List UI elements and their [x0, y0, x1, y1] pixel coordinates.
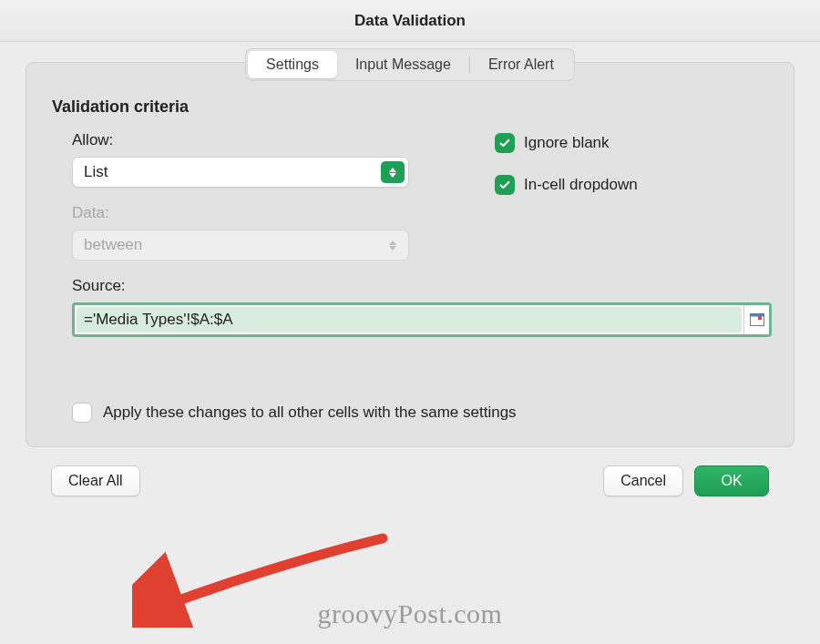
ok-label: OK [721, 473, 742, 489]
incell-dropdown-label: In-cell dropdown [524, 176, 638, 194]
svg-rect-1 [750, 314, 764, 317]
chevron-up-icon [389, 240, 396, 245]
tab-input-message[interactable]: Input Message [337, 51, 469, 78]
source-input-wrap [72, 302, 772, 337]
incell-dropdown-row[interactable]: In-cell dropdown [495, 175, 638, 195]
data-value: between [84, 236, 142, 254]
tab-error-alert-label: Error Alert [488, 56, 554, 72]
ignore-blank-row[interactable]: Ignore blank [495, 133, 638, 153]
allow-combo[interactable]: List [72, 157, 409, 188]
settings-panel: Settings Input Message Error Alert Valid… [26, 62, 794, 447]
data-stepper-icon [381, 234, 405, 256]
clear-all-button[interactable]: Clear All [51, 465, 140, 496]
allow-label: Allow: [72, 131, 404, 149]
apply-all-label: Apply these changes to all other cells w… [103, 404, 517, 422]
ok-button[interactable]: OK [694, 465, 769, 496]
chevron-up-icon [389, 168, 396, 172]
tab-error-alert[interactable]: Error Alert [470, 51, 572, 78]
clear-all-label: Clear All [68, 473, 123, 489]
dialog-title-text: Data Validation [354, 12, 466, 30]
range-picker-button[interactable] [743, 305, 769, 334]
cancel-button[interactable]: Cancel [603, 465, 683, 496]
check-icon [498, 137, 511, 149]
chevron-down-icon [389, 173, 396, 178]
source-label: Source: [72, 277, 772, 295]
ignore-blank-label: Ignore blank [524, 134, 610, 152]
ignore-blank-checkbox[interactable] [495, 133, 515, 153]
data-combo: between [72, 230, 409, 261]
tabs: Settings Input Message Error Alert [245, 48, 575, 81]
tab-settings[interactable]: Settings [248, 51, 337, 78]
dialog-title: Data Validation [0, 0, 820, 42]
allow-stepper-icon [381, 161, 405, 183]
data-label: Data: [72, 204, 404, 222]
cancel-label: Cancel [620, 473, 666, 489]
range-picker-icon [750, 313, 764, 326]
apply-all-row[interactable]: Apply these changes to all other cells w… [48, 403, 772, 423]
validation-criteria-heading: Validation criteria [52, 97, 772, 117]
right-column: Ignore blank In-cell dropdown [404, 131, 638, 261]
chevron-down-icon [389, 246, 396, 250]
dialog-footer: Clear All Cancel OK [26, 447, 794, 496]
criteria-row: Allow: List Data: between [48, 131, 772, 261]
dialog-body: Settings Input Message Error Alert Valid… [0, 42, 820, 511]
annotation-arrow [132, 527, 396, 628]
check-icon [498, 179, 511, 191]
allow-value: List [84, 163, 108, 181]
source-input[interactable] [77, 307, 742, 332]
tabs-wrap: Settings Input Message Error Alert [48, 48, 772, 81]
svg-rect-2 [758, 316, 762, 320]
incell-dropdown-checkbox[interactable] [495, 175, 515, 195]
left-column: Allow: List Data: between [48, 131, 404, 261]
source-section: Source: [48, 277, 772, 337]
watermark: groovyPost.com [318, 598, 503, 629]
apply-all-checkbox[interactable] [72, 403, 92, 423]
tab-settings-label: Settings [266, 56, 319, 72]
tab-input-message-label: Input Message [355, 56, 451, 72]
